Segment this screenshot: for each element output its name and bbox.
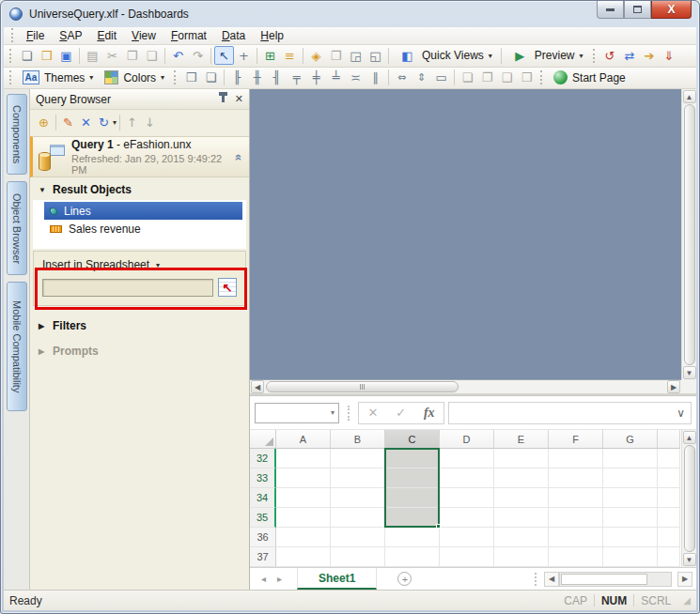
tab-components[interactable]: Components [7, 94, 27, 175]
cell-A37[interactable] [276, 547, 331, 567]
row-header-34[interactable]: 34 [250, 488, 276, 508]
row-header-37[interactable]: 37 [250, 547, 276, 567]
themes-button[interactable]: Aa Themes ▾ [17, 69, 99, 85]
collapse-chevron-icon[interactable]: » [230, 150, 244, 163]
column-header-partial[interactable] [658, 430, 680, 449]
scroll-down-icon[interactable]: ▼ [683, 553, 696, 566]
cell-C36[interactable] [385, 528, 440, 547]
cell-F35[interactable] [549, 508, 603, 528]
column-header-B[interactable]: B [331, 430, 385, 449]
print-icon[interactable]: ▤ [83, 46, 102, 65]
cell-F33[interactable] [549, 468, 603, 488]
open-icon[interactable]: ❒ [37, 46, 56, 65]
column-header-E[interactable]: E [494, 430, 549, 449]
close-button[interactable]: X [651, 1, 692, 19]
send-to-back-icon[interactable]: ❒ [517, 69, 537, 87]
formula-input[interactable] [455, 407, 677, 420]
same-height-icon[interactable]: ⇕ [412, 69, 431, 87]
space-vertical-icon[interactable]: ∥ [366, 69, 385, 87]
tab-mobile-compatibility[interactable]: Mobile Compatibility [7, 282, 27, 411]
chevron-down-icon[interactable]: ▾ [113, 118, 117, 127]
colors-button[interactable]: Colors ▾ [99, 69, 170, 85]
sheet-tab-sheet1[interactable]: Sheet1 [297, 568, 377, 590]
row-header-36[interactable]: 36 [250, 528, 276, 547]
copy-icon[interactable]: ❐ [122, 46, 142, 65]
pin-icon[interactable] [222, 96, 225, 102]
preview-button[interactable]: ▶ Preview ▾ [505, 45, 589, 66]
menu-help[interactable]: Help [253, 28, 291, 43]
formula-cancel-icon[interactable]: ✕ [367, 406, 378, 420]
name-box-input[interactable] [256, 407, 331, 420]
cell-F36[interactable] [549, 528, 603, 547]
cell-B37[interactable] [331, 547, 385, 567]
maximize-button[interactable] [624, 1, 651, 19]
cell-partial-32[interactable] [658, 449, 680, 468]
sap-export-icon[interactable]: ➔ [640, 46, 660, 65]
undo-icon[interactable]: ↶ [168, 46, 188, 65]
cell-B33[interactable] [331, 468, 385, 488]
sheet-nav-right-icon[interactable]: ▸ [272, 574, 288, 584]
cell-D37[interactable] [440, 547, 494, 567]
space-horizontal-icon[interactable]: ≍ [346, 69, 366, 87]
add-query-icon[interactable]: ⊕ [35, 113, 53, 131]
scroll-down-icon[interactable]: ▼ [683, 366, 696, 379]
canvas-vertical-scrollbar[interactable]: ▲ ▼ [681, 89, 696, 380]
cell-partial-33[interactable] [658, 468, 680, 488]
move-up-icon[interactable]: ↑ [123, 113, 141, 131]
row-header-33[interactable]: 33 [250, 468, 276, 488]
menu-data[interactable]: Data [214, 28, 253, 43]
insert-function-icon[interactable]: fx [424, 406, 435, 421]
align-right-icon[interactable]: ╢ [267, 69, 287, 87]
column-header-C[interactable]: C [385, 430, 440, 449]
fit-window-icon[interactable]: ◱ [366, 46, 385, 65]
scroll-right-icon[interactable]: ▶ [667, 380, 680, 393]
align-center-icon[interactable]: ╫ [247, 69, 267, 87]
cell-A35[interactable] [276, 508, 331, 528]
menu-format[interactable]: Format [163, 28, 214, 43]
formula-expand-icon[interactable]: ∨ [677, 407, 685, 420]
cell-partial-36[interactable] [658, 528, 680, 547]
cell-B34[interactable] [331, 488, 385, 508]
row-header-35[interactable]: 35 [250, 508, 276, 528]
name-box[interactable]: ▾ [255, 403, 339, 423]
tab-object-browser[interactable]: Object Browser [7, 181, 27, 275]
scrollbar-thumb[interactable] [266, 381, 459, 392]
cell-reference-input[interactable] [42, 279, 213, 297]
align-left-icon[interactable]: ╟ [227, 69, 247, 87]
align-middle-icon[interactable]: ╪ [306, 69, 326, 87]
panel-close-icon[interactable]: ✕ [235, 93, 243, 105]
minimize-button[interactable] [597, 1, 624, 19]
cell-A34[interactable] [276, 488, 331, 508]
query-card[interactable]: Query 1 - eFashion.unx Refreshed: Jan 29… [30, 136, 249, 177]
component-gallery-icon[interactable]: ◈ [306, 46, 326, 65]
cell-partial-34[interactable] [658, 488, 680, 508]
cell-B36[interactable] [331, 528, 385, 547]
cell-G35[interactable] [603, 508, 658, 528]
menu-edit[interactable]: Edit [89, 28, 124, 43]
scroll-up-icon[interactable]: ▲ [683, 431, 696, 444]
save-icon[interactable]: ▣ [56, 46, 76, 65]
result-objects-header[interactable]: ▼ Result Objects [30, 179, 249, 200]
cell-A32[interactable] [276, 449, 331, 468]
result-object-lines[interactable]: Lines [44, 202, 242, 220]
cell-partial-35[interactable] [658, 508, 680, 528]
scroll-up-icon[interactable]: ▲ [683, 90, 696, 103]
data-manager-icon[interactable]: ≡ [280, 46, 300, 65]
insert-in-spreadsheet-dropdown[interactable]: Insert in Spreadsheet ▾ [42, 258, 237, 271]
new-icon[interactable]: ❏ [17, 46, 37, 65]
delete-query-icon[interactable]: ✕ [77, 113, 95, 131]
cell-G37[interactable] [603, 547, 658, 567]
zoom-window-icon[interactable]: ◲ [346, 46, 366, 65]
menu-view[interactable]: View [124, 28, 163, 43]
move-down-icon[interactable]: ↓ [141, 113, 159, 131]
cell-D36[interactable] [440, 528, 494, 547]
cell-D34[interactable] [440, 488, 494, 508]
cell-A33[interactable] [276, 468, 331, 488]
sap-refresh-icon[interactable]: ↺ [600, 46, 620, 65]
group-icon[interactable]: ❒ [181, 69, 201, 87]
sap-transfer-icon[interactable]: ⇄ [620, 46, 640, 65]
scrollbar-thumb[interactable] [684, 104, 695, 365]
scrollbar-thumb[interactable] [561, 574, 647, 585]
add-component-icon[interactable]: + [234, 46, 254, 65]
grid-vertical-scrollbar[interactable]: ▲ ▼ [681, 430, 696, 567]
